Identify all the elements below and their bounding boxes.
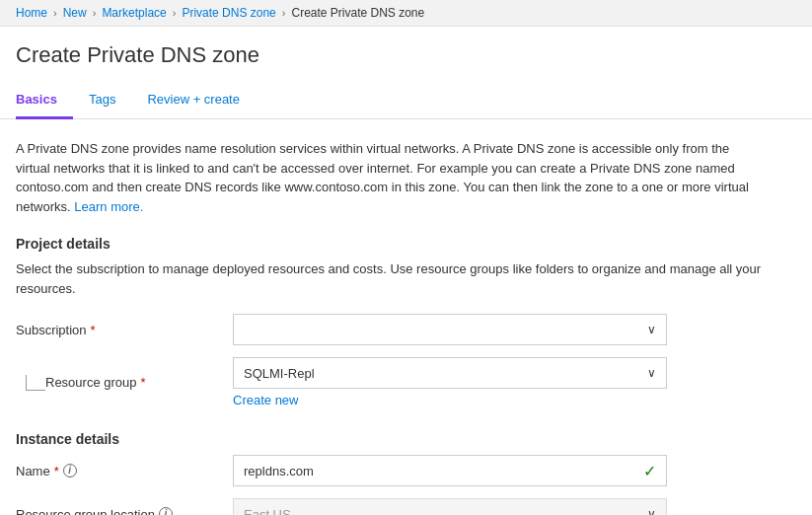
name-valid-icon: ✓ [643,462,656,480]
breadcrumb-current: Create Private DNS zone [291,6,424,20]
subscription-required-star: * [91,323,96,337]
resource-group-chevron-icon: ∨ [647,366,656,380]
location-chevron-icon: ∨ [647,507,656,515]
tab-tags[interactable]: Tags [73,84,131,119]
breadcrumb-sep-4: › [282,7,286,19]
page-header: Create Private DNS zone [0,27,812,68]
create-new-link[interactable]: Create new [233,393,667,407]
name-label: Name * i [16,464,233,478]
breadcrumb-sep-1: › [53,7,57,19]
description-text: A Private DNS zone provides name resolut… [16,139,766,216]
resource-group-row: Resource group * SQLMI-Repl ∨ Create new [16,357,796,407]
main-content: A Private DNS zone provides name resolut… [0,119,812,515]
breadcrumb: Home › New › Marketplace › Private DNS z… [0,0,812,27]
resource-group-value: SQLMI-Repl [244,366,647,381]
resource-group-location-label: Resource group location i [16,507,233,516]
tab-basics[interactable]: Basics [16,84,73,119]
breadcrumb-new[interactable]: New [63,6,87,20]
resource-group-location-dropdown: East US ∨ [233,498,667,515]
breadcrumb-home[interactable]: Home [16,6,47,20]
project-details-sub: Select the subscription to manage deploy… [16,259,766,298]
name-row: Name * i repldns.com ✓ [16,455,796,486]
subscription-label: Subscription * [16,323,233,337]
page-title: Create Private DNS zone [16,42,796,68]
subscription-chevron-icon: ∨ [647,323,656,336]
location-value: East US [244,507,647,516]
name-required-star: * [54,464,59,478]
resource-group-required-star: * [141,375,146,390]
breadcrumb-marketplace[interactable]: Marketplace [102,6,166,20]
instance-details-heading: Instance details [16,431,796,447]
tabs-container: Basics Tags Review + create [0,84,812,119]
tab-review-create[interactable]: Review + create [131,84,256,119]
subscription-dropdown[interactable]: ∨ [233,314,667,345]
resource-group-location-row: Resource group location i East US ∨ [16,498,796,515]
indent-line [26,375,45,391]
location-info-icon[interactable]: i [159,507,173,515]
instance-details-section: Instance details Name * i repldns.com ✓ … [16,431,796,515]
resource-group-label: Resource group * [45,375,233,390]
project-details-section: Project details Select the subscription … [16,236,796,407]
breadcrumb-sep-3: › [173,7,177,19]
breadcrumb-private-dns[interactable]: Private DNS zone [182,6,275,20]
breadcrumb-sep-2: › [93,7,97,19]
name-input[interactable]: repldns.com ✓ [233,455,667,486]
name-info-icon[interactable]: i [63,464,77,478]
subscription-row: Subscription * ∨ [16,314,796,345]
project-details-heading: Project details [16,236,796,252]
name-value: repldns.com [244,464,635,478]
resource-group-dropdown[interactable]: SQLMI-Repl ∨ [233,357,667,389]
learn-more-link[interactable]: Learn more. [74,199,143,214]
